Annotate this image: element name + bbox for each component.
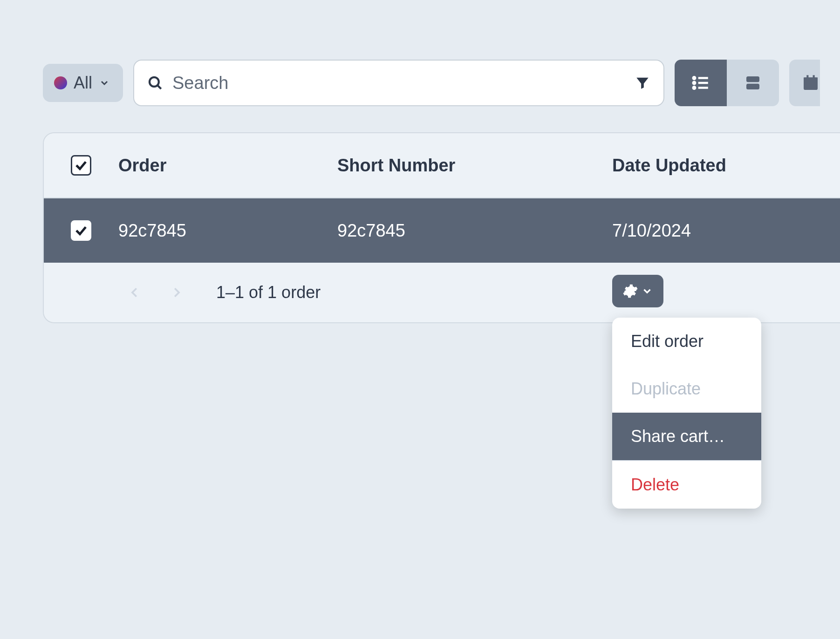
row-actions-button[interactable] — [612, 275, 663, 307]
svg-point-4 — [693, 82, 696, 84]
row-actions-menu: Edit order Duplicate Share cart… Delete — [612, 318, 761, 509]
svg-point-6 — [693, 87, 696, 89]
card-view-button[interactable] — [727, 60, 779, 106]
pager: 1–1 of 1 order — [44, 283, 321, 302]
table-footer: 1–1 of 1 order Edit order Duplicate Shar… — [44, 263, 840, 322]
funnel-filter-icon[interactable] — [635, 75, 650, 91]
table-row[interactable]: 92c7845 92c7845 7/10/2024 — [44, 198, 840, 263]
chevron-down-icon — [641, 285, 653, 297]
column-header-date-updated[interactable]: Date Updated — [612, 156, 840, 176]
filter-label: All — [74, 73, 92, 93]
gear-icon — [622, 283, 638, 299]
svg-rect-9 — [746, 84, 759, 89]
row-checkbox[interactable] — [71, 220, 91, 241]
list-icon — [691, 73, 710, 93]
svg-point-0 — [150, 77, 159, 87]
column-header-order[interactable]: Order — [118, 156, 337, 176]
search-field[interactable] — [133, 60, 664, 106]
menu-item-edit-order[interactable]: Edit order — [612, 318, 761, 365]
svg-rect-8 — [746, 76, 759, 82]
card-icon — [743, 73, 763, 93]
gradient-dot-icon — [54, 76, 67, 89]
calendar-view-button[interactable] — [789, 60, 820, 106]
cell-order: 92c7845 — [118, 221, 337, 241]
calendar-icon — [801, 73, 820, 93]
search-input[interactable] — [172, 73, 635, 93]
select-all-checkbox[interactable] — [71, 155, 91, 176]
search-icon — [147, 75, 163, 91]
svg-rect-11 — [804, 77, 818, 81]
table-header: Order Short Number Date Updated — [44, 133, 840, 198]
filter-dropdown[interactable]: All — [43, 64, 123, 102]
menu-item-duplicate: Duplicate — [612, 365, 761, 413]
chevron-down-icon — [99, 77, 110, 88]
view-toggle-group — [675, 60, 779, 106]
pager-next-icon[interactable] — [170, 286, 184, 299]
check-icon — [74, 158, 88, 172]
check-icon — [74, 224, 88, 238]
menu-item-share-cart[interactable]: Share cart… — [612, 413, 761, 460]
column-header-short-number[interactable]: Short Number — [337, 156, 612, 176]
orders-table-panel: Order Short Number Date Updated 92c7845 … — [43, 132, 840, 323]
svg-point-2 — [693, 77, 696, 79]
list-view-button[interactable] — [675, 60, 727, 106]
menu-item-delete[interactable]: Delete — [612, 461, 761, 509]
cell-short-number: 92c7845 — [337, 221, 612, 241]
svg-line-1 — [157, 85, 161, 88]
pager-prev-icon[interactable] — [128, 286, 142, 299]
pager-text: 1–1 of 1 order — [216, 283, 321, 302]
cell-date-updated: 7/10/2024 — [612, 221, 840, 241]
